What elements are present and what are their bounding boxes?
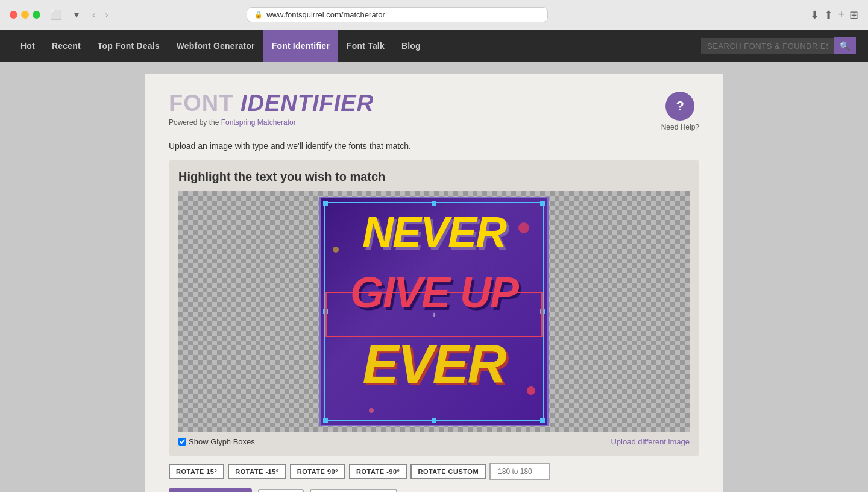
browser-chrome: ⬜ ▾ ‹ › 🔒 www.fontsquirrel.com/matcherat… (0, 0, 868, 30)
poster-giveup-text: GIVE UP (321, 271, 547, 314)
sidebar-chevron[interactable]: ▾ (72, 8, 81, 22)
grid-icon[interactable]: ⊞ (849, 8, 858, 22)
download-button[interactable]: Download Image (310, 489, 397, 493)
section-title: Highlight the text you wish to match (178, 170, 690, 184)
fontspring-link[interactable]: Fontspring Matcherator (221, 118, 296, 127)
outer-bg: FONT IDENTIFIER Powered by the Fontsprin… (0, 62, 868, 492)
back-button[interactable]: ‹ (89, 8, 99, 22)
show-glyph-label[interactable]: Show Glyph Boxes (178, 437, 255, 446)
nav-blog[interactable]: Blog (393, 30, 429, 62)
new-tab-icon[interactable]: + (838, 8, 844, 22)
action-row: Matcherate It! Reset Download Image (169, 488, 699, 492)
help-label: Need Help? (661, 123, 699, 131)
url-text: www.fontsquirrel.com/matcherator (266, 10, 385, 19)
download-icon[interactable]: ⬇ (810, 8, 819, 22)
powered-by: Powered by the Fontspring Matcherator (169, 118, 374, 127)
image-canvas[interactable]: NEVER GIVE UP EVER (178, 191, 690, 432)
page-title: FONT IDENTIFIER (169, 92, 374, 115)
lock-icon: 🔒 (254, 11, 263, 19)
browser-nav: ‹ › (89, 8, 112, 22)
rotate-neg90-button[interactable]: ROTATE -90° (349, 464, 407, 479)
rotate-custom-input[interactable] (489, 463, 550, 480)
poster-never-text: NEVER (321, 210, 547, 254)
nav-webfont-generator[interactable]: Webfont Generator (168, 30, 263, 62)
image-footer: Show Glyph Boxes Upload different image (178, 437, 690, 446)
address-bar[interactable]: 🔒 www.fontsquirrel.com/matcherator (247, 7, 548, 22)
matcherate-button[interactable]: Matcherate It! (169, 488, 252, 492)
search-button[interactable]: 🔍 (834, 37, 856, 54)
page-title-block: FONT IDENTIFIER Powered by the Fontsprin… (169, 92, 374, 127)
rotate-90-button[interactable]: ROTATE 90° (290, 464, 345, 479)
site-nav: Hot Recent Top Font Deals Webfont Genera… (0, 30, 868, 62)
nav-hot[interactable]: Hot (12, 30, 43, 62)
close-button[interactable] (10, 11, 17, 19)
sidebar-toggle[interactable]: ⬜ (48, 8, 64, 22)
share-icon[interactable]: ⬆ (824, 8, 833, 22)
upload-description: Upload an image with type and we'll iden… (169, 141, 699, 151)
rotate-row: ROTATE 15° ROTATE -15° ROTATE 90° ROTATE… (169, 463, 699, 480)
minimize-button[interactable] (21, 11, 29, 19)
show-glyph-checkbox[interactable] (178, 438, 186, 446)
title-word1: FONT (169, 90, 233, 116)
upload-different-link[interactable]: Upload different image (611, 437, 690, 446)
fullscreen-button[interactable] (33, 11, 40, 19)
page-header: FONT IDENTIFIER Powered by the Fontsprin… (169, 92, 699, 131)
browser-actions: ⬇ ⬆ + ⊞ (810, 8, 858, 22)
page-wrapper: FONT IDENTIFIER Powered by the Fontsprin… (145, 74, 723, 492)
reset-button[interactable]: Reset (258, 489, 304, 493)
help-icon: ? (665, 92, 694, 121)
nav-font-talk[interactable]: Font Talk (338, 30, 393, 62)
font-poster: NEVER GIVE UP EVER (319, 197, 549, 426)
nav-search: 🔍 (701, 37, 856, 54)
nav-recent[interactable]: Recent (43, 30, 89, 62)
nav-font-identifier[interactable]: Font Identifier (263, 30, 338, 62)
rotate-15-button[interactable]: ROTATE 15° (169, 464, 224, 479)
forward-button[interactable]: › (101, 8, 112, 22)
deco-dot-4 (369, 408, 374, 413)
rotate-neg15-button[interactable]: ROTATE -15° (228, 464, 286, 479)
search-input[interactable] (701, 38, 834, 54)
image-section: Highlight the text you wish to match (169, 160, 699, 456)
poster-ever-text: EVER (321, 337, 547, 391)
rotate-custom-button[interactable]: ROTATE CUSTOM (410, 464, 486, 479)
help-button[interactable]: ? Need Help? (661, 92, 699, 131)
image-container: NEVER GIVE UP EVER (319, 197, 549, 426)
title-word2: IDENTIFIER (241, 90, 374, 116)
nav-top-font-deals[interactable]: Top Font Deals (89, 30, 168, 62)
traffic-lights (10, 11, 40, 19)
